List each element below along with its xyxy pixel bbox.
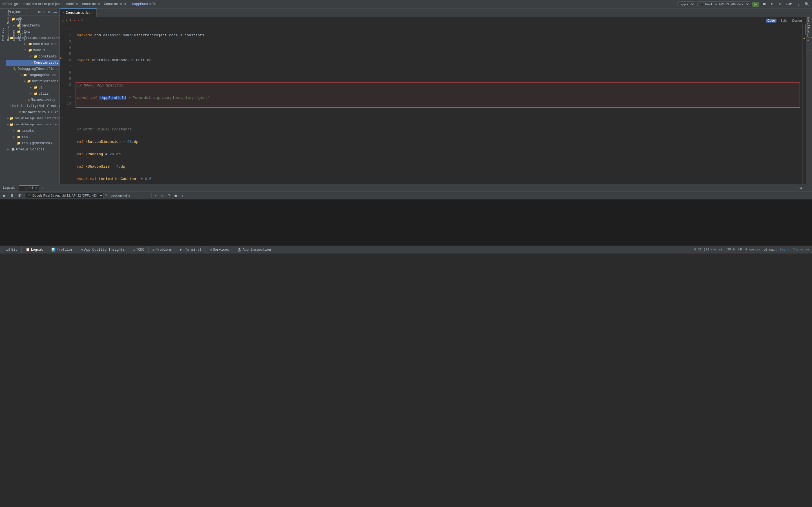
structure-tab[interactable]: Structure (22, 8, 28, 43)
profiler-status-item[interactable]: 📊 Profiler (47, 246, 77, 253)
gutter-indicators: ● (60, 24, 62, 184)
add-tab-button[interactable]: + (40, 186, 45, 190)
logcat-label: Logcat: (2, 185, 18, 190)
app-selector[interactable]: app ▾ (677, 1, 695, 7)
tree-models[interactable]: ▼ 📁 models (6, 47, 59, 54)
services-status-item[interactable]: ⚙ Services (206, 246, 234, 253)
todo-status-item[interactable]: ☑ TODO (129, 246, 149, 253)
pull-requests-tab[interactable]: Pull Requests (17, 8, 22, 43)
tree-label-language: languageContent (28, 72, 58, 78)
folder-icon-coordinators: 📁 (28, 41, 32, 47)
sidebar-tool-3[interactable]: ⚙ (47, 10, 52, 14)
tree-android-test[interactable]: ▶ 📁 com.delasign.samplestarterproject (a… (6, 115, 59, 122)
project-tab[interactable]: Project (0, 8, 6, 43)
filter-clear-btn[interactable]: × (153, 193, 158, 198)
logcat-tab[interactable]: Logcat × (19, 185, 39, 191)
bc-delasign[interactable]: delasign (2, 2, 18, 6)
problems-status-item[interactable]: ⚠ Problems (149, 246, 176, 253)
sidebar-tool-1[interactable]: ⊞ (37, 10, 42, 14)
git-status-item[interactable]: ⎇ Git (2, 246, 22, 253)
tree-label-gradle: Gradle Scripts (16, 147, 45, 152)
logcat-toolbar: ▶ ⏸ 🗑 📱 Google Pixel 3a Android 12, API … (0, 192, 812, 200)
ln-4: 4 (65, 45, 71, 51)
logcat-tool-1[interactable]: ⏺ (173, 193, 179, 198)
code-editor[interactable]: ● 1 2 3 4 5 6 7 (60, 24, 802, 184)
pause-logcat-btn[interactable]: ⏸ (9, 193, 15, 198)
gutter-7 (60, 61, 62, 67)
layout-inspector-status[interactable]: Layout Inspector (780, 248, 810, 251)
settings-icon[interactable]: ⚙ (777, 1, 783, 7)
folder-icon-utils: 📁 (34, 91, 38, 97)
tree-notifications[interactable]: ▶ 📁 notifications (6, 78, 59, 84)
notifications-tab[interactable]: Notifications (806, 8, 811, 50)
logcat-content[interactable] (0, 200, 812, 245)
sync-button[interactable]: ↺ (770, 1, 775, 7)
tree-res-generated[interactable]: ▶ 📁 res (generated) (6, 140, 59, 147)
tree-label-constants-kt: Constants.kt (34, 60, 58, 66)
code-line-9: val kButtonDimension = 60.dp (77, 139, 799, 145)
tree-main-notif[interactable]: ▶ K MainActivity+Notifications.kt (6, 103, 59, 109)
settings-bottom-btn[interactable]: ⚙ (798, 185, 804, 190)
bc-project[interactable]: samplestarterproject (22, 2, 62, 6)
bc-file[interactable]: Constants.kt (104, 2, 128, 6)
tree-label-ui: ui (39, 85, 43, 91)
warning-badge: ⚠ ⚠ 4 (62, 18, 71, 22)
indent-status[interactable]: 4 spaces (746, 248, 760, 251)
terminal-status-item[interactable]: ▶_ Terminal (176, 246, 206, 253)
sidebar-tool-2[interactable]: ≡ (42, 10, 46, 14)
tree-main-ui[interactable]: ▶ K MainActivity+UI.kt (6, 109, 59, 115)
run-button[interactable]: ▶ (752, 2, 759, 7)
logcat-status-item[interactable]: 📋 Logcat (22, 246, 47, 253)
play-logcat-btn[interactable]: ▶ (2, 193, 7, 198)
tree-utils[interactable]: ▶ 📁 utils (6, 91, 59, 97)
encoding-status[interactable]: UTF-8 (725, 248, 735, 251)
git-button[interactable]: Git: (785, 1, 793, 7)
filter-help-btn[interactable]: ? (167, 193, 171, 198)
stop-button[interactable]: ⏹ (762, 1, 767, 7)
tree-assets[interactable]: ▶ 📁 assets (6, 128, 59, 134)
branch-status[interactable]: ⎇ main (763, 248, 776, 251)
search-button[interactable]: 🔍 (804, 1, 810, 7)
sidebar-tool-close[interactable]: — (52, 10, 58, 14)
editor-tab-constants[interactable]: K Constants.kt × (60, 8, 97, 17)
position-status[interactable]: 6:23 (12 chars) (694, 248, 722, 251)
design-view-button[interactable]: Design (791, 18, 804, 22)
tree-main-activity[interactable]: ▶ K MainActivity (6, 97, 59, 103)
filter-input[interactable] (109, 193, 152, 198)
tree-debugging[interactable]: ▶ 🐛 DebuggingIdentifiers (6, 66, 59, 72)
device-manager-tab[interactable]: Device Manager (811, 8, 812, 50)
minimize-bottom-btn[interactable]: — (805, 185, 810, 190)
bc-constants[interactable]: constants (82, 2, 100, 6)
tree-constants-kt[interactable]: ▶ K Constants.kt (6, 60, 59, 66)
bc-symbol[interactable]: kAppBundleId (132, 2, 156, 6)
device-selector[interactable]: 📱 Pixel_3a_API_33_x86_64 ▾ (697, 1, 750, 7)
tree-test[interactable]: ▶ 📁 com.delasign.samplestarterproject (t… (6, 122, 59, 128)
scroll-map[interactable] (802, 24, 806, 184)
tree-label-debugging: DebuggingIdentifiers (18, 66, 58, 72)
ln-11: 11 (65, 88, 71, 94)
tree-label-utils: utils (39, 91, 49, 97)
logcat-tool-2[interactable]: ↕ (181, 193, 185, 198)
code-view-button[interactable]: Code (766, 18, 776, 22)
line-endings-status[interactable]: LF (738, 248, 742, 251)
tree-ui[interactable]: ▶ 📁 ui (6, 84, 59, 91)
tree-gradle[interactable]: ▶ 🐘 Gradle Scripts (6, 147, 59, 153)
app-quality-status-item[interactable]: ◈ App Quality Insights (77, 246, 129, 253)
bc-models[interactable]: models (66, 2, 78, 6)
tree-res[interactable]: ▶ 📁 res (6, 134, 59, 140)
tab-close-button[interactable]: × (92, 11, 94, 15)
clear-logcat-btn[interactable]: 🗑 (17, 193, 23, 198)
tree-language[interactable]: ▶ 📁 languageContent (6, 72, 59, 78)
resource-manager-tab[interactable]: Resource Manager (6, 8, 11, 43)
filter-star-btn[interactable]: ☆ (160, 193, 165, 198)
app-inspection-status-item[interactable]: 🔬 App Inspection (233, 246, 275, 253)
gutter-10 (60, 80, 62, 86)
device-select-logcat[interactable]: 📱 Google Pixel 3a Android 12, API 32 [OF… (24, 193, 103, 198)
split-view-button[interactable]: Split (779, 18, 788, 22)
logcat-close-btn[interactable]: × (35, 186, 37, 190)
commit-tab[interactable]: Commit (11, 8, 17, 43)
more-options-button[interactable]: ⋮ (795, 1, 801, 7)
scroll-thumb[interactable] (805, 24, 806, 35)
tree-constants[interactable]: ▼ 📁 constants (6, 54, 59, 60)
code-content[interactable]: package com.delasign.samplestarterprojec… (73, 24, 802, 184)
